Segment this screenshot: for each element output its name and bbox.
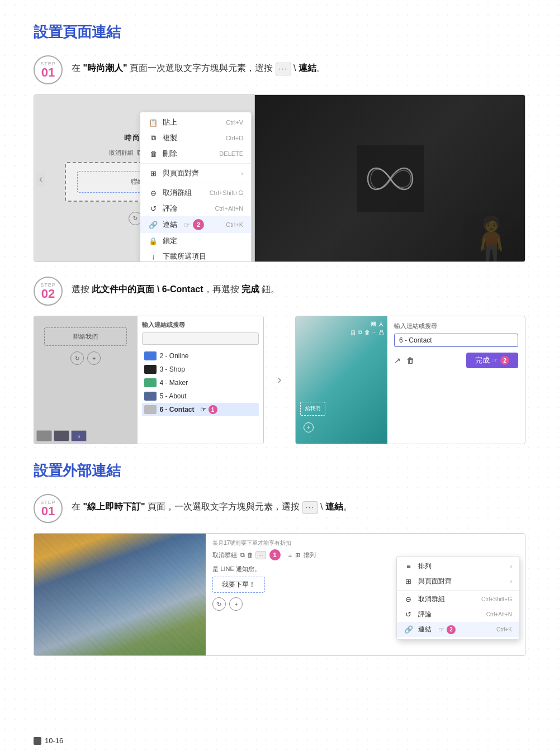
s2-add-icon[interactable]: + bbox=[87, 351, 101, 365]
cm-link-label: 連結 bbox=[163, 220, 177, 230]
ext-ungroup-key: Ctrl+Shift+G bbox=[481, 596, 512, 602]
s2-panel-header: 輸入連結或搜尋 bbox=[394, 322, 518, 330]
s2-rotate-icon[interactable]: ↻ bbox=[70, 351, 84, 365]
step2-badge: STEP 02 bbox=[34, 277, 63, 306]
s2-left-inner: 聯絡我們 ↻ + S 輸入連結或搜尋 bbox=[34, 316, 263, 444]
ext-arrange-label: 排列 bbox=[418, 562, 432, 571]
ext-cm-comment[interactable]: ↺評論 Ctrl+Alt+N bbox=[397, 607, 519, 622]
ext-step1-num: 01 bbox=[41, 505, 55, 517]
ext-ungroup-label: 取消群組 bbox=[418, 595, 445, 604]
cm-lock-label: 鎖定 bbox=[163, 236, 177, 246]
copy-icon2: ⧉ bbox=[148, 134, 158, 142]
cm-copy-key: Ctrl+D bbox=[226, 135, 243, 141]
ext-cm-align[interactable]: ⊞與頁面對齊 › bbox=[397, 574, 519, 589]
ext-align-label: 與頁面對齊 bbox=[418, 577, 452, 586]
ext-cursor-badge: ☞ 2 bbox=[438, 625, 456, 634]
ext-ungroup-icon: ⊖ bbox=[404, 595, 414, 603]
ext-add-icon[interactable]: + bbox=[229, 597, 243, 611]
cancel-group-btn[interactable]: 取消群組 bbox=[109, 149, 134, 157]
cm-comment-label: 評論 bbox=[163, 203, 177, 213]
step2-screenshots: 聯絡我們 ↻ + S 輸入連結或搜尋 bbox=[34, 316, 525, 444]
ext-align-icon2: ⊞ bbox=[404, 577, 414, 586]
s2-label-contact: 6 - Contact bbox=[160, 406, 195, 413]
cm-delete-label: 刪除 bbox=[163, 149, 177, 159]
cm-link[interactable]: 🔗 連結 ☞ 2 Ctrl+K bbox=[140, 216, 251, 233]
ext-more-icon[interactable]: ··· bbox=[255, 551, 266, 559]
ext-context-menu: ≡排列 › ⊞與頁面對齊 › ⊖取消群組 Ctrl+Shift+G ↺評論 C bbox=[396, 556, 519, 640]
ext-top-bar: 某月17號前要下單才能享有折扣 bbox=[212, 539, 518, 547]
left-arrow[interactable]: ‹ bbox=[36, 172, 45, 186]
s2-trash-icon[interactable]: 🗑 bbox=[406, 356, 414, 365]
ext-comment-icon: ↺ bbox=[404, 610, 414, 619]
ext-cm-divider1 bbox=[397, 590, 519, 591]
badge-2: 2 bbox=[193, 219, 204, 230]
ext-link-label: 連結 bbox=[325, 502, 343, 511]
cm-comment[interactable]: ↺評論 Ctrl+Alt+N bbox=[140, 201, 251, 216]
ext-cm-link[interactable]: 🔗 連結 ☞ 2 Ctrl+K bbox=[397, 622, 519, 637]
ungroup-icon: ⊖ bbox=[148, 189, 158, 197]
ext-copy-icon[interactable]: ⧉ bbox=[240, 551, 245, 559]
ext-step1-badge: STEP 01 bbox=[34, 494, 63, 523]
step1-page-name: "時尚潮人" bbox=[83, 63, 127, 73]
s2-thumb-shop bbox=[144, 365, 157, 374]
s2-rc-add[interactable]: + bbox=[304, 422, 314, 432]
cm-paste-key: Ctrl+V bbox=[226, 119, 243, 126]
step2-row: STEP 02 選按 此文件中的頁面 \ 6-Contact，再選按 完成 鈕。 bbox=[34, 275, 525, 306]
ext-step1-screenshot: 某月17號前要下單才能享有折扣 取消群組 ⧉ 🗑 ··· 1 ≡ ⊞ 排列 bbox=[34, 533, 525, 656]
ext-rotate-icon[interactable]: ↻ bbox=[212, 597, 226, 611]
ext-dots: ··· bbox=[302, 501, 318, 514]
cm-download[interactable]: ↓下載所選項目 bbox=[140, 249, 251, 262]
step1-badge-num: 01 bbox=[41, 66, 55, 79]
ext-delete-icon[interactable]: 🗑 bbox=[247, 551, 253, 558]
ext-clothes-photo bbox=[34, 534, 206, 655]
contact-cursor-badge: ☞ 1 bbox=[200, 405, 217, 414]
ext-cm-arrange[interactable]: ≡排列 › bbox=[397, 559, 519, 574]
s2-item-contact[interactable]: 6 - Contact ☞ 1 bbox=[142, 403, 259, 416]
s2-item-maker[interactable]: 4 - Maker bbox=[142, 376, 259, 389]
ext-cm-ungroup[interactable]: ⊖取消群組 Ctrl+Shift+G bbox=[397, 592, 519, 607]
step1-dots: ··· bbox=[276, 63, 291, 75]
paste-icon: 📋 bbox=[148, 118, 158, 127]
ext-align-key: › bbox=[510, 578, 512, 584]
cm-ungroup[interactable]: ⊖取消群組 Ctrl+Shift+G bbox=[140, 185, 251, 201]
s2-contact-value[interactable]: 6 - Contact bbox=[394, 334, 518, 347]
context-menu: 📋貼上 Ctrl+V ⧉複製 Ctrl+D 🗑刪除 DELETE bbox=[140, 112, 252, 262]
cm-lock[interactable]: 🔒鎖定 bbox=[140, 233, 251, 249]
s2-rc-btn2: ⧉ bbox=[358, 329, 362, 337]
step2-arrow: › bbox=[271, 316, 288, 444]
ext-comment-label: 評論 bbox=[418, 610, 432, 619]
step2-this-doc: 此文件中的頁面 \ 6-Contact bbox=[92, 284, 203, 294]
s2-item-online[interactable]: 2 - Online bbox=[142, 349, 259, 363]
cm-delete[interactable]: 🗑刪除 DELETE bbox=[140, 146, 251, 161]
s2-label-about: 5 - About bbox=[160, 392, 187, 400]
person-silhouette: 🧍 bbox=[463, 218, 519, 262]
ext-badge-1: 1 bbox=[269, 549, 281, 560]
ext-link-key: Ctrl+K bbox=[496, 626, 512, 633]
ext-toolbar-icons[interactable]: ⧉ 🗑 ··· 1 bbox=[240, 549, 280, 560]
s2-rc-header: 潮 人 目 ⧉ 🗑 ··· 品 bbox=[299, 321, 384, 337]
s2-external-link-icon[interactable]: ↗ bbox=[394, 356, 401, 365]
step2-done: 完成 bbox=[241, 284, 259, 294]
ext-badge-2: 2 bbox=[447, 625, 456, 634]
ext-order-button[interactable]: 我要下單！ bbox=[212, 577, 265, 593]
s2-link-input[interactable] bbox=[142, 332, 259, 345]
ext-cancel-group[interactable]: 取消群組 bbox=[212, 551, 237, 559]
delete-icon2: 🗑 bbox=[148, 150, 158, 158]
s2-canvas-icons: ↻ + bbox=[70, 351, 101, 365]
step2-left-panel: 聯絡我們 ↻ + S 輸入連結或搜尋 bbox=[34, 316, 264, 444]
s2-rc-btn1: 目 bbox=[350, 329, 356, 337]
cursor-hand: ☞ bbox=[184, 221, 191, 229]
s2-done-button[interactable]: 完成 ☞ 2 bbox=[466, 353, 518, 368]
badge-2-done: 2 bbox=[500, 356, 509, 365]
section2-title: 設置外部連結 bbox=[34, 461, 525, 481]
ext-cursor-hand: ☞ bbox=[438, 626, 444, 634]
s2-item-shop[interactable]: 3 - Shop bbox=[142, 363, 259, 376]
cm-align[interactable]: ⊞與頁面對齊 › bbox=[140, 165, 251, 181]
cm-copy[interactable]: ⧉複製 Ctrl+D bbox=[140, 130, 251, 146]
cm-paste-label: 貼上 bbox=[163, 117, 177, 127]
s2-item-about[interactable]: 5 - About bbox=[142, 389, 259, 403]
cm-align-arrow: › bbox=[241, 170, 243, 177]
thumb1 bbox=[36, 430, 52, 441]
cm-paste[interactable]: 📋貼上 Ctrl+V bbox=[140, 115, 251, 130]
badge-1-contact: 1 bbox=[209, 405, 217, 414]
